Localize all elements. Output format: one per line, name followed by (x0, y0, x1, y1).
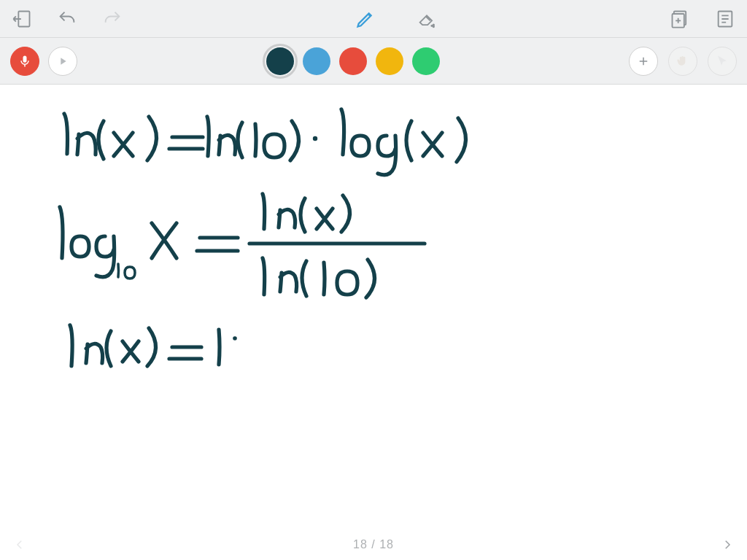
redo-icon (102, 9, 123, 29)
add-page-icon (670, 9, 690, 29)
notes-icon (715, 9, 735, 29)
play-icon (57, 55, 69, 67)
color-blue[interactable] (303, 47, 330, 75)
recording-group (10, 47, 77, 76)
toolbar-left-group (10, 7, 124, 31)
mic-icon (18, 54, 32, 69)
drawing-canvas[interactable] (0, 85, 747, 529)
color-green[interactable] (412, 47, 440, 75)
notes-button[interactable] (713, 7, 737, 31)
toolbar-right-group (668, 7, 737, 31)
canvas-tools-group (629, 47, 737, 76)
play-button[interactable] (48, 47, 77, 76)
color-red[interactable] (339, 47, 367, 75)
undo-icon (57, 9, 77, 29)
color-darkteal[interactable] (266, 47, 294, 75)
svg-point-1 (431, 25, 432, 26)
plus-icon (637, 55, 650, 68)
svg-point-3 (433, 26, 434, 26)
select-tool[interactable] (708, 47, 737, 76)
pen-tool[interactable] (354, 7, 377, 31)
color-palette (77, 47, 629, 75)
svg-rect-7 (23, 55, 27, 62)
eraser-tool[interactable] (415, 7, 438, 31)
svg-point-8 (313, 136, 317, 141)
add-button[interactable] (629, 47, 658, 76)
redo-button[interactable] (101, 7, 124, 31)
svg-point-2 (433, 24, 434, 25)
eraser-icon (417, 9, 437, 29)
secondary-toolbar (0, 38, 747, 85)
hand-icon (676, 54, 690, 69)
exit-button[interactable] (10, 7, 34, 31)
record-button[interactable] (10, 47, 39, 76)
toolbar-center-group (124, 7, 668, 31)
cursor-icon (715, 54, 729, 69)
handwriting-layer (0, 85, 747, 529)
footer: 18 / 18 (0, 529, 747, 560)
color-amber[interactable] (376, 47, 403, 75)
svg-point-9 (233, 336, 237, 341)
page-indicator: 18 / 18 (26, 538, 721, 551)
hand-tool[interactable] (668, 47, 697, 76)
next-page-button[interactable] (721, 538, 734, 551)
undo-button[interactable] (55, 7, 79, 31)
exit-icon (12, 9, 32, 29)
pen-icon (355, 9, 376, 29)
add-page-button[interactable] (668, 7, 692, 31)
top-toolbar (0, 0, 747, 38)
prev-page-button[interactable] (13, 538, 26, 551)
